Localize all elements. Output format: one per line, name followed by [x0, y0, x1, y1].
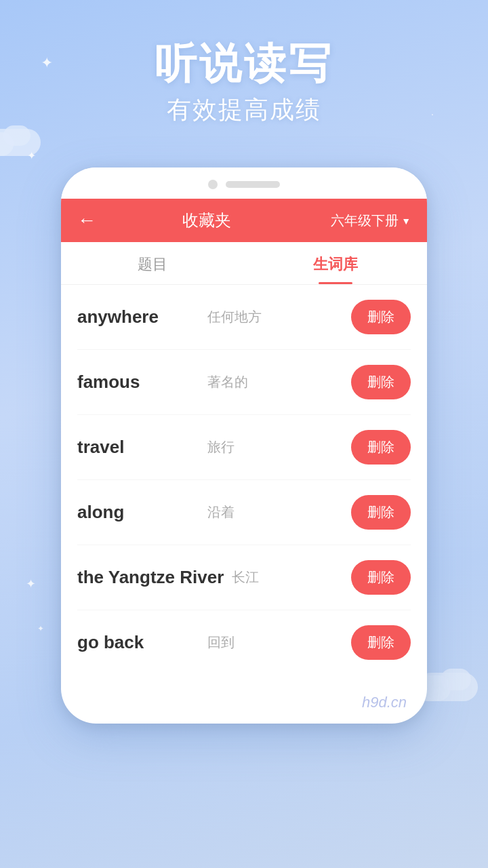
hero-subtitle: 有效提高成绩 — [0, 94, 488, 127]
delete-button-yangtze[interactable]: 删除 — [351, 560, 411, 595]
word-chinese: 长江 — [232, 568, 351, 587]
grade-text: 六年级下册 — [331, 212, 399, 230]
phone-mockup: ← 收藏夹 六年级下册 ▼ 题目 生词库 anywhere 任何地方 删除 — [0, 167, 488, 724]
word-chinese: 回到 — [207, 633, 351, 652]
word-english: travel — [77, 437, 199, 458]
tab-bar: 题目 生词库 — [61, 242, 427, 285]
speaker-bar — [226, 181, 280, 188]
app-header: ← 收藏夹 六年级下册 ▼ — [61, 199, 427, 242]
tab-questions[interactable]: 题目 — [61, 242, 244, 284]
chevron-down-icon: ▼ — [401, 216, 411, 226]
word-item-famous: famous 著名的 删除 — [77, 350, 411, 415]
word-item-yangtze: the Yangtze River 长江 删除 — [77, 545, 411, 610]
word-list: anywhere 任何地方 删除 famous 著名的 删除 travel 旅行… — [61, 285, 427, 675]
word-item-travel: travel 旅行 删除 — [77, 415, 411, 480]
word-english: along — [77, 502, 199, 523]
word-english: anywhere — [77, 307, 199, 328]
word-item-along: along 沿着 删除 — [77, 480, 411, 545]
phone-body: ← 收藏夹 六年级下册 ▼ 题目 生词库 anywhere 任何地方 删除 — [61, 167, 427, 724]
camera-dot — [208, 180, 218, 189]
header-title: 收藏夹 — [83, 210, 331, 231]
delete-button-anywhere[interactable]: 删除 — [351, 300, 411, 334]
hero-title: 听说读写 — [0, 41, 488, 87]
word-english: go back — [77, 632, 199, 653]
delete-button-along[interactable]: 删除 — [351, 495, 411, 530]
hero-section: 听说读写 有效提高成绩 — [0, 0, 488, 154]
word-chinese: 旅行 — [207, 438, 351, 456]
word-chinese: 沿着 — [207, 503, 351, 521]
delete-button-famous[interactable]: 删除 — [351, 365, 411, 399]
phone-notch — [61, 167, 427, 199]
word-english: famous — [77, 372, 199, 393]
word-english: the Yangtze River — [77, 567, 224, 588]
word-chinese: 任何地方 — [207, 308, 351, 326]
tab-vocabulary[interactable]: 生词库 — [244, 242, 427, 284]
word-chinese: 著名的 — [207, 373, 351, 391]
grade-selector[interactable]: 六年级下册 ▼ — [331, 212, 411, 230]
delete-button-travel[interactable]: 删除 — [351, 430, 411, 465]
word-item-anywhere: anywhere 任何地方 删除 — [77, 285, 411, 350]
word-item-goback: go back 回到 删除 — [77, 610, 411, 675]
delete-button-goback[interactable]: 删除 — [351, 625, 411, 660]
watermark: h9d.cn — [362, 694, 407, 711]
